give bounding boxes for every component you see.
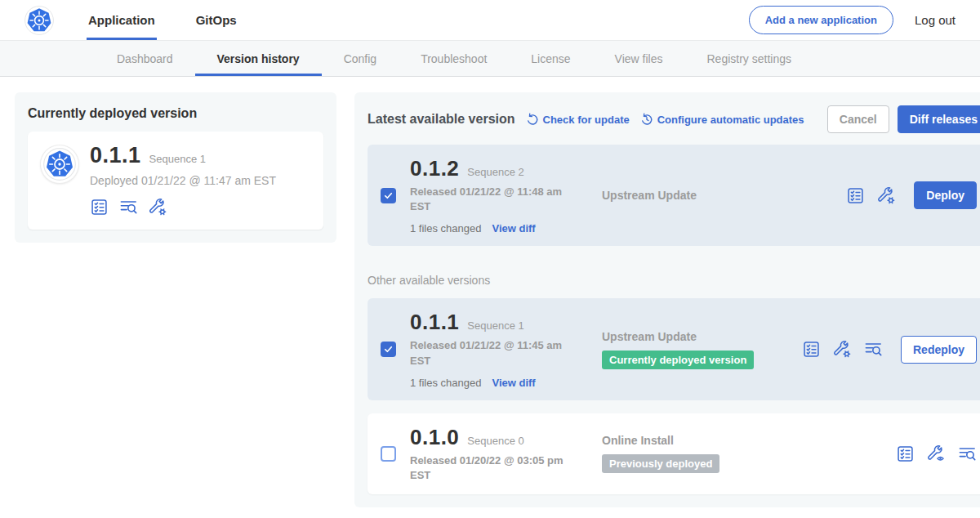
configure-automatic-updates-label: Configure automatic updates (657, 114, 804, 126)
sequence-label: Sequence 0 (467, 435, 523, 447)
currently-deployed-title: Currently deployed version (28, 106, 323, 121)
redeploy-button[interactable]: Redeploy (901, 336, 977, 364)
diff-releases-button[interactable]: Diff releases (898, 105, 980, 133)
tab-version-history[interactable]: Version history (195, 41, 322, 76)
available-versions-header: Latest available version Check for updat… (368, 105, 980, 133)
tab-dashboard[interactable]: Dashboard (95, 41, 195, 76)
released-timestamp: Released 01/21/22 @ 11:48 am EST (410, 185, 588, 214)
other-available-versions-title: Other available versions (368, 274, 980, 287)
sequence-label: Sequence 1 (467, 319, 523, 332)
checkmark-icon (383, 344, 394, 355)
view-files-icon[interactable] (864, 340, 883, 359)
version-source-label: Online Install (602, 434, 674, 447)
preflight-checklist-icon[interactable] (846, 186, 865, 205)
main-content: Currently deployed version 0.1.1 Sequenc… (0, 77, 980, 507)
check-for-update-link[interactable]: Check for update (526, 113, 630, 126)
configure-automatic-updates-link[interactable]: Configure automatic updates (640, 113, 804, 126)
version-number: 0.1.0 (410, 425, 459, 450)
logout-link[interactable]: Log out (915, 13, 956, 27)
deployed-sequence-label: Sequence 1 (149, 153, 206, 165)
deployed-timestamp: Deployed 01/21/22 @ 11:47 am EST (90, 174, 276, 187)
cancel-button[interactable]: Cancel (827, 105, 889, 133)
edit-config-icon[interactable] (877, 186, 896, 205)
top-tab-application[interactable]: Application (87, 0, 157, 40)
version-checkbox[interactable] (381, 188, 396, 203)
edit-config-icon[interactable] (149, 198, 167, 217)
top-tab-gitops[interactable]: GitOps (194, 0, 238, 40)
top-nav: Application GitOps Add a new application… (0, 0, 980, 41)
top-nav-tabs: Application GitOps (87, 0, 276, 40)
version-row-0-1-1: 0.1.1 Sequence 1 Released 01/21/22 @ 11:… (368, 298, 980, 400)
add-new-application-button[interactable]: Add a new application (749, 6, 893, 34)
deployed-version-number: 0.1.1 (90, 143, 141, 168)
version-checkbox[interactable] (381, 446, 396, 462)
tab-registry-settings[interactable]: Registry settings (684, 41, 813, 76)
version-number: 0.1.1 (410, 310, 459, 335)
currently-deployed-badge: Currently deployed version (602, 351, 754, 369)
version-number: 0.1.2 (410, 156, 459, 181)
app-icon-badge (41, 145, 78, 183)
version-row-0-1-2: 0.1.2 Sequence 2 Released 01/21/22 @ 11:… (368, 145, 980, 246)
edit-config-icon[interactable] (833, 340, 852, 359)
view-diff-link[interactable]: View diff (492, 377, 535, 389)
files-changed-label: 1 files changed (410, 222, 481, 234)
previously-deployed-badge: Previously deployed (602, 454, 719, 473)
refresh-icon (526, 113, 539, 126)
preflight-checklist-icon[interactable] (90, 198, 109, 217)
currently-deployed-panel: Currently deployed version 0.1.1 Sequenc… (15, 92, 336, 243)
view-config-icon[interactable] (927, 444, 946, 463)
view-files-icon[interactable] (119, 198, 138, 217)
kubernetes-logo-icon (43, 148, 76, 181)
tab-view-files[interactable]: View files (593, 41, 685, 76)
view-files-icon[interactable] (958, 444, 977, 463)
version-checkbox[interactable] (381, 342, 396, 357)
tab-troubleshoot[interactable]: Troubleshoot (399, 41, 509, 76)
released-timestamp: Released 01/20/22 @ 03:05 pm EST (410, 453, 588, 483)
deploy-button[interactable]: Deploy (914, 181, 977, 209)
check-for-update-label: Check for update (543, 114, 630, 126)
files-changed-label: 1 files changed (410, 377, 481, 389)
view-diff-link[interactable]: View diff (492, 222, 535, 234)
app-logo (24, 0, 54, 40)
released-timestamp: Released 01/21/22 @ 11:45 am EST (410, 338, 588, 368)
preflight-checklist-icon[interactable] (802, 340, 821, 359)
preflight-checklist-icon[interactable] (896, 444, 915, 463)
checkmark-icon (383, 190, 394, 201)
kubernetes-logo-icon (24, 6, 54, 35)
version-row-0-1-0: 0.1.0 Sequence 0 Released 01/20/22 @ 03:… (368, 413, 980, 494)
auto-update-clock-icon (640, 113, 653, 126)
sequence-label: Sequence 2 (467, 166, 523, 178)
version-source-label: Upstream Update (602, 330, 697, 343)
available-versions-panel: Latest available version Check for updat… (354, 92, 980, 507)
app-sub-nav: Dashboard Version history Config Trouble… (0, 41, 980, 77)
top-nav-right: Add a new application Log out (749, 0, 956, 40)
version-source-label: Upstream Update (602, 189, 697, 202)
tab-license[interactable]: License (509, 41, 592, 76)
deployed-version-card: 0.1.1 Sequence 1 Deployed 01/21/22 @ 11:… (28, 132, 323, 230)
latest-available-title: Latest available version (368, 112, 515, 127)
tab-config[interactable]: Config (322, 41, 399, 76)
